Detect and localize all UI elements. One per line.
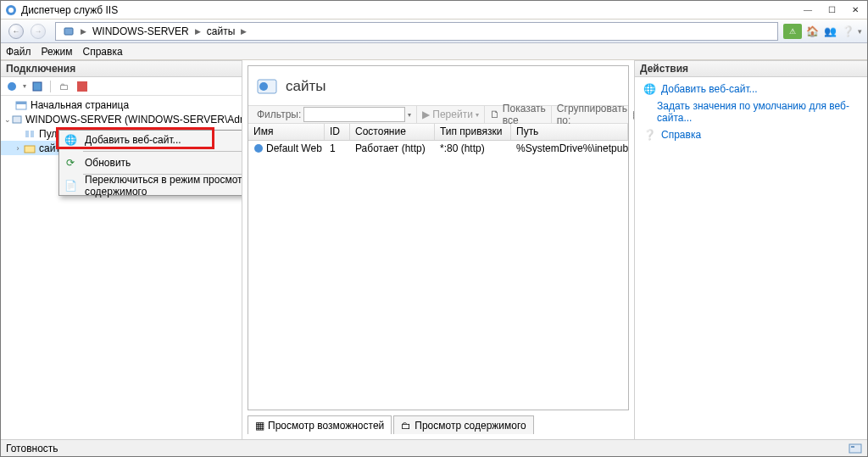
menu-help[interactable]: Справка [83,46,123,58]
actions-list: 🌐 Добавить веб-сайт... Задать значения п… [635,77,867,439]
cell-state: Работает (http) [350,142,435,154]
chevron-right-icon: ▶ [78,27,89,36]
users-icon[interactable]: 👥 [822,24,837,39]
breadcrumb-sites[interactable]: сайты [203,25,239,37]
up-icon[interactable]: 🗀 [56,79,71,94]
site-icon [253,143,264,153]
filter-input[interactable] [303,107,405,122]
ctx-switch-content-view[interactable]: 📄 Переключиться в режим просмотра содерж… [59,176,242,195]
context-menu: 🌐 Добавить веб-сайт... ⟳ Обновить 📄 Пере… [58,130,242,196]
show-all-button[interactable]: 🗋 Показать все [484,106,551,123]
ctx-label: Обновить [85,157,131,169]
back-button[interactable]: ← [6,22,26,41]
col-state[interactable]: Состояние [350,124,435,140]
svg-rect-8 [13,116,21,123]
nav-bar: ← → ▶ WINDOWS-SERVER ▶ сайты ▶ ⚠ 🏠 👥 ❔ ▾ [1,20,867,43]
table-row[interactable]: Default Web Site 1 Работает (http) *:80 … [248,141,628,156]
grid-body: Default Web Site 1 Работает (http) *:80 … [248,141,628,410]
minimize-button[interactable]: — [796,2,820,19]
server-icon [11,114,23,125]
col-name[interactable]: Имя [248,124,325,140]
breadcrumb-server[interactable]: WINDOWS-SERVER [89,25,192,37]
expand-icon[interactable]: › [13,144,23,153]
col-path[interactable]: Путь [511,124,628,140]
chevron-right-icon: ▶ [238,27,249,36]
svg-rect-10 [31,131,34,137]
breadcrumb[interactable]: ▶ WINDOWS-SERVER ▶ сайты ▶ [55,22,778,41]
connections-tree: Начальная страница ⌄ WINDOWS-SERVER (WIN… [1,96,242,439]
content-icon: 🗀 [401,420,411,432]
globe-icon: 🌐 [643,83,656,95]
svg-point-14 [254,144,263,153]
stop-icon[interactable] [75,79,90,94]
tab-content-view[interactable]: 🗀 Просмотр содержимого [393,415,533,434]
actions-panel: Действия 🌐 Добавить веб-сайт... Задать з… [634,60,867,439]
svg-point-13 [259,82,268,91]
menu-mode[interactable]: Режим [42,46,73,58]
tab-features-view[interactable]: ▦ Просмотр возможностей [248,415,392,434]
config-icon[interactable] [849,443,862,454]
svg-rect-16 [851,446,854,448]
show-all-icon: 🗋 [490,109,500,120]
svg-point-1 [8,8,14,13]
tree-label: WINDOWS-SERVER (WINDOWS-SERVER\Administr… [25,114,242,125]
cell-path: %SystemDrive%\inetpub\wwwroot [511,142,628,154]
maximize-button[interactable]: ☐ [820,2,843,19]
content-inner: сайты Фильтры: ▾ ▶ Перейти ▾ 🗋 Показать … [248,65,629,410]
filter-label: Фильтры: [257,109,301,120]
page-title: сайты [286,78,326,95]
features-icon: ▦ [255,420,264,432]
help-icon[interactable]: ❔ [840,24,855,39]
grid-header: Имя ID Состояние Тип привязки Путь [248,124,628,141]
home-icon[interactable]: 🏠 [804,24,820,39]
ctx-label: Переключиться в режим просмотра содержим… [85,174,242,198]
refresh-icon: ⟳ [63,157,78,169]
ctx-refresh[interactable]: ⟳ Обновить [59,153,242,172]
collapse-icon[interactable]: ⌄ [4,115,11,124]
connect-icon[interactable] [4,79,19,94]
separator [83,151,242,152]
save-icon[interactable] [30,79,45,94]
app-pools-icon [23,128,36,140]
body: Подключения ▾ 🗀 Начальная страница ⌄ [1,60,867,439]
alert-icon[interactable]: ⚠ [783,24,802,39]
action-set-defaults[interactable]: Задать значения по умолчанию для веб-сай… [637,98,865,126]
help-icon: ❔ [643,129,656,141]
svg-rect-11 [25,146,35,153]
action-add-website[interactable]: 🌐 Добавить веб-сайт... [637,81,865,98]
connections-toolbar: ▾ 🗀 [1,77,242,96]
status-bar: Готовность [1,439,867,456]
connections-header: Подключения [1,60,242,77]
content-view-icon: 📄 [63,180,78,192]
page-title-bar: сайты [248,66,628,105]
svg-rect-15 [849,444,861,453]
svg-rect-2 [64,28,73,35]
menu-bar: Файл Режим Справка [1,43,867,60]
svg-point-3 [8,82,16,91]
sites-folder-icon [23,142,36,154]
iis-icon [4,3,18,17]
cell-binding: *:80 (http) [435,142,511,154]
col-binding[interactable]: Тип привязки [435,124,511,140]
tree-start-page[interactable]: Начальная страница [1,98,242,112]
action-help[interactable]: ❔ Справка [637,126,865,143]
titlebar: Диспетчер служб IIS — ☐ ✕ [1,1,867,20]
forward-button[interactable]: → [28,22,48,41]
tree-server[interactable]: ⌄ WINDOWS-SERVER (WINDOWS-SERVER\Adminis… [1,112,242,126]
cell-id: 1 [325,142,350,154]
sites-icon [255,75,279,98]
status-text: Готовность [6,443,58,454]
actions-header: Действия [635,60,867,77]
col-id[interactable]: ID [325,124,350,140]
menu-file[interactable]: Файл [6,46,31,58]
content-panel: сайты Фильтры: ▾ ▶ Перейти ▾ 🗋 Показать … [242,60,634,439]
breadcrumb-root-icon [59,25,78,37]
app-window: Диспетчер служб IIS — ☐ ✕ ← → ▶ WINDOWS-… [0,0,868,457]
tree-label: Начальная страница [31,99,129,111]
ctx-add-website[interactable]: 🌐 Добавить веб-сайт... [59,131,242,149]
go-button[interactable]: ▶ Перейти ▾ [416,106,484,123]
filter-bar: Фильтры: ▾ ▶ Перейти ▾ 🗋 Показать все [248,105,628,124]
close-button[interactable]: ✕ [843,2,867,19]
go-icon: ▶ [422,109,430,120]
svg-rect-7 [16,102,26,104]
